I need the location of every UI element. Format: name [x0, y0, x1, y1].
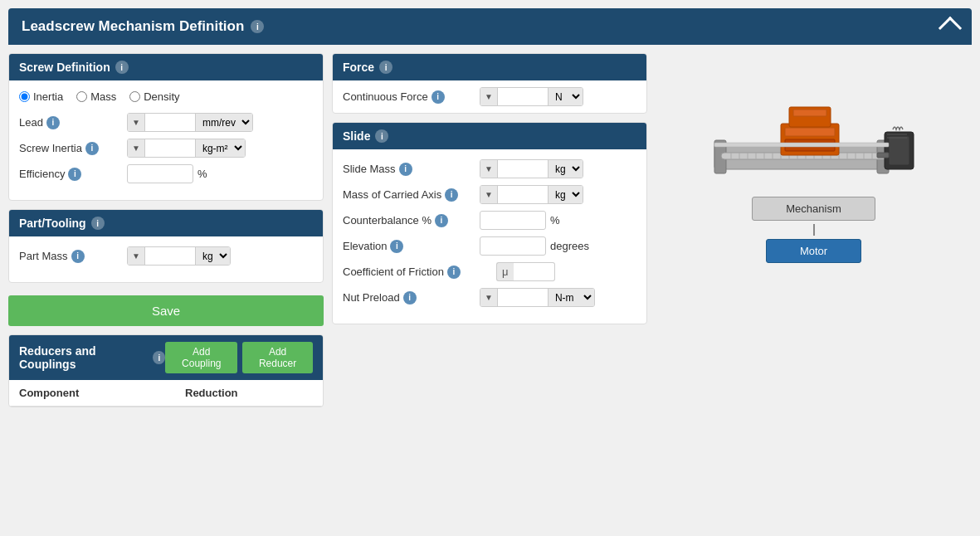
slide-mass-dropdown-btn[interactable]: ▼: [480, 160, 498, 178]
part-mass-input-group: ▼ 0 kg lb: [127, 246, 231, 266]
slide-mass-input-group: ▼ 1 kg lb: [480, 159, 583, 178]
middle-column: Force i Continuous Force i ▼ 1 N lbf: [332, 53, 647, 407]
elevation-info-icon[interactable]: i: [390, 240, 403, 253]
reducers-info-icon[interactable]: i: [153, 351, 165, 364]
lead-dropdown-btn[interactable]: ▼: [128, 114, 145, 131]
reducers-title: Reducers and Couplings i: [19, 344, 165, 371]
continuous-force-unit-select[interactable]: N lbf: [548, 88, 583, 105]
screw-definition-panel: Screw Definition i Inertia Mass: [8, 53, 324, 201]
mass-carried-unit-select[interactable]: kg lb: [548, 186, 583, 203]
counterbalance-label: Counterbalance % i: [343, 214, 480, 227]
save-button[interactable]: Save: [8, 295, 324, 326]
nut-preload-input-group: ▼ 1 N-m oz-in: [480, 288, 595, 307]
nut-preload-dropdown-btn[interactable]: ▼: [480, 289, 498, 306]
screw-inertia-unit-select[interactable]: kg-m² oz-in²: [195, 139, 245, 157]
mass-carried-dropdown-btn[interactable]: ▼: [480, 186, 498, 203]
part-tooling-header: Part/Tooling i: [9, 210, 323, 236]
continuous-force-info-icon[interactable]: i: [431, 90, 445, 104]
continuous-force-input[interactable]: 1: [498, 88, 548, 105]
radio-density[interactable]: Density: [129, 90, 179, 103]
efficiency-unit: %: [197, 168, 207, 180]
continuous-force-dropdown-btn[interactable]: ▼: [480, 88, 498, 105]
col-reduction-header: Reduction: [185, 387, 324, 399]
screw-definition-body: Inertia Mass Density: [9, 80, 323, 200]
coeff-friction-info-icon[interactable]: i: [447, 266, 461, 279]
nut-preload-row: Nut Preload i ▼ 1 N-m oz-in: [343, 288, 636, 307]
efficiency-input[interactable]: 100: [127, 164, 193, 183]
lead-input-group: ▼ 1 mm/rev in/rev: [127, 113, 253, 132]
svg-rect-28: [889, 136, 909, 165]
part-tooling-body: Part Mass i ▼ 0 kg lb: [9, 236, 323, 282]
motor-box: Motor: [766, 239, 861, 263]
page-header: Leadscrew Mechanism Definition i: [8, 8, 972, 45]
screw-inertia-input[interactable]: 1: [145, 139, 195, 157]
slide-mass-input[interactable]: 1: [498, 160, 548, 178]
nut-preload-input[interactable]: 1: [498, 289, 548, 306]
part-mass-input[interactable]: 0: [145, 247, 195, 265]
part-tooling-panel: Part/Tooling i Part Mass i ▼ 0 kg: [8, 209, 324, 283]
screw-radio-group: Inertia Mass Density: [19, 90, 313, 103]
screw-inertia-row: Screw Inertia i ▼ 1 kg-m² oz-in²: [19, 139, 313, 158]
lead-unit-select[interactable]: mm/rev in/rev: [195, 114, 252, 131]
screw-inertia-label: Screw Inertia i: [19, 142, 127, 155]
mass-carried-input[interactable]: 1: [498, 186, 548, 203]
slide-panel: Slide i Slide Mass i ▼ 1: [332, 122, 647, 324]
lead-input[interactable]: 1: [145, 114, 195, 131]
screw-def-info-icon[interactable]: i: [115, 61, 129, 74]
coeff-friction-input[interactable]: 1: [514, 262, 555, 281]
add-coupling-button[interactable]: Add Coupling: [165, 342, 237, 373]
slide-mass-info-icon[interactable]: i: [399, 163, 412, 176]
radio-inertia[interactable]: Inertia: [19, 90, 63, 103]
slide-body: Slide Mass i ▼ 1 kg lb: [333, 149, 646, 324]
leadscrew-svg: [706, 53, 922, 186]
mass-carried-input-group: ▼ 1 kg lb: [480, 185, 583, 204]
motor-label: Motor: [800, 245, 827, 257]
screw-inertia-info-icon[interactable]: i: [85, 142, 99, 155]
radio-mass-input[interactable]: [76, 91, 87, 102]
coeff-friction-label: Coefficient of Friction i: [343, 266, 496, 279]
nut-preload-info-icon[interactable]: i: [403, 291, 417, 305]
continuous-force-row: Continuous Force i ▼ 1 N lbf: [333, 80, 646, 113]
elevation-label: Elevation i: [343, 240, 480, 253]
slide-title: Slide: [343, 129, 370, 143]
force-info-icon[interactable]: i: [379, 61, 392, 74]
part-mass-info-icon[interactable]: i: [71, 250, 85, 263]
slide-info-icon[interactable]: i: [375, 129, 388, 143]
coeff-friction-row: Coefficient of Friction i μ 1: [343, 262, 636, 281]
diagram-connector: [813, 224, 815, 236]
slide-mass-row: Slide Mass i ▼ 1 kg lb: [343, 159, 636, 178]
part-mass-label: Part Mass i: [19, 250, 127, 263]
screw-definition-title: Screw Definition: [19, 61, 110, 74]
header-info-icon[interactable]: i: [251, 20, 264, 33]
counterbalance-info-icon[interactable]: i: [435, 214, 448, 227]
part-mass-dropdown-btn[interactable]: ▼: [128, 247, 145, 265]
slide-mass-unit-select[interactable]: kg lb: [548, 160, 583, 178]
counterbalance-input[interactable]: 10: [480, 211, 546, 230]
mass-carried-info-icon[interactable]: i: [445, 188, 458, 202]
efficiency-label: Efficiency i: [19, 168, 127, 181]
force-panel: Force i Continuous Force i ▼ 1 N lbf: [332, 53, 647, 114]
part-mass-unit-select[interactable]: kg lb: [195, 247, 230, 265]
screw-inertia-dropdown-btn[interactable]: ▼: [128, 139, 145, 157]
radio-inertia-input[interactable]: [19, 91, 30, 102]
add-reducer-button[interactable]: Add Reducer: [242, 342, 313, 373]
svg-rect-32: [714, 143, 889, 147]
radio-density-input[interactable]: [129, 91, 140, 102]
radio-density-label: Density: [144, 90, 179, 103]
counterbalance-unit: %: [550, 214, 560, 227]
slide-mass-label: Slide Mass i: [343, 163, 480, 176]
elevation-input[interactable]: 15: [480, 236, 546, 256]
efficiency-info-icon[interactable]: i: [68, 168, 81, 181]
mass-carried-label: Mass of Carried Axis i: [343, 188, 480, 202]
nut-preload-unit-select[interactable]: N-m oz-in: [548, 289, 594, 306]
nut-preload-label: Nut Preload i: [343, 291, 480, 305]
svg-rect-26: [793, 110, 826, 116]
page-title-text: Leadscrew Mechanism Definition: [22, 18, 244, 35]
lead-info-icon[interactable]: i: [46, 116, 60, 129]
radio-mass[interactable]: Mass: [76, 90, 116, 103]
lead-label: Lead i: [19, 116, 127, 129]
collapse-button[interactable]: [939, 17, 962, 40]
mu-symbol: μ: [496, 262, 514, 281]
part-tooling-title: Part/Tooling: [19, 217, 86, 230]
part-tooling-info-icon[interactable]: i: [91, 217, 105, 230]
